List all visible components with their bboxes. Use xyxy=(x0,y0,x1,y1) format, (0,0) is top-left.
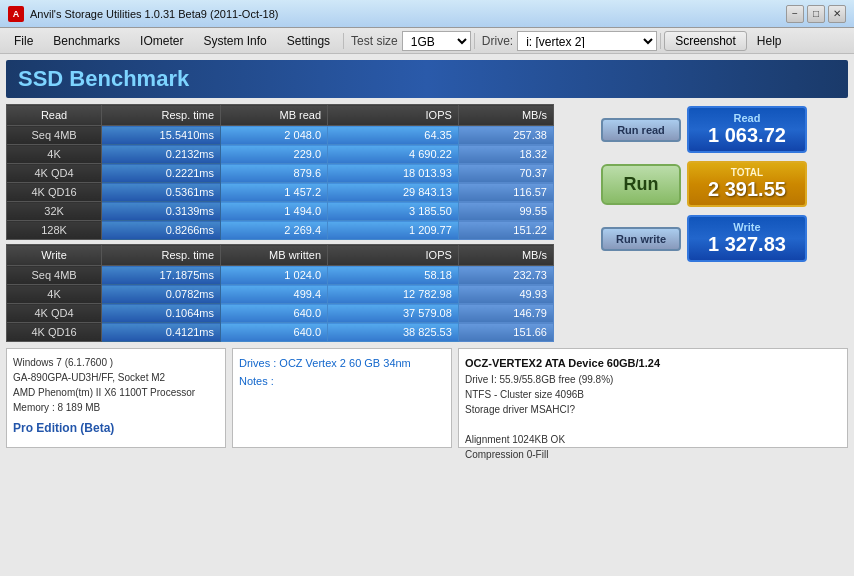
write-table: Write Resp. time MB written IOPS MB/s Se… xyxy=(6,244,554,342)
iops-write-col-header: IOPS xyxy=(328,245,459,266)
table-area: Read Resp. time MB read IOPS MB/s Seq 4M… xyxy=(6,104,848,342)
menu-iometer[interactable]: IOmeter xyxy=(130,28,193,53)
drive-label: Drive: xyxy=(478,34,517,48)
menu-bar: File Benchmarks IOmeter System Info Sett… xyxy=(0,28,854,54)
minimize-button[interactable]: − xyxy=(786,5,804,23)
table-row: 128K 0.8266ms 2 269.4 1 209.77 151.22 xyxy=(7,221,554,240)
mb-written-col-header: MB written xyxy=(221,245,328,266)
total-score-box: TOTAL 2 391.55 xyxy=(687,161,807,207)
table-row: Seq 4MB 15.5410ms 2 048.0 64.35 257.38 xyxy=(7,126,554,145)
drive-select[interactable]: i: [vertex 2] xyxy=(517,31,657,51)
ocz-line2: NTFS - Cluster size 4096B xyxy=(465,387,841,402)
screenshot-button[interactable]: Screenshot xyxy=(664,31,747,51)
table-row: 4K QD4 0.2221ms 879.6 18 013.93 70.37 xyxy=(7,164,554,183)
mb-read-col-header: MB read xyxy=(221,105,328,126)
ocz-line4 xyxy=(465,417,841,432)
menu-system-info[interactable]: System Info xyxy=(193,28,276,53)
ocz-line1: Drive I: 55.9/55.8GB free (99.8%) xyxy=(465,372,841,387)
separator-3 xyxy=(660,33,661,49)
test-size-label: Test size xyxy=(347,34,402,48)
middle-section: Run TOTAL 2 391.55 xyxy=(601,161,807,207)
sys-info-line2: GA-890GPA-UD3H/FF, Socket M2 xyxy=(13,370,219,385)
app-icon: A xyxy=(8,6,24,22)
notes-text: Notes : xyxy=(239,373,445,391)
ocz-title: OCZ-VERTEX2 ATA Device 60GB/1.24 xyxy=(465,355,841,372)
table-row: 4K 0.0782ms 499.4 12 782.98 49.93 xyxy=(7,285,554,304)
separator-1 xyxy=(343,33,344,49)
ocz-line6: Compression 0-Fill xyxy=(465,447,841,462)
table-row: 32K 0.3139ms 1 494.0 3 185.50 99.55 xyxy=(7,202,554,221)
run-write-button[interactable]: Run write xyxy=(601,227,681,251)
drives-text: Drives : OCZ Vertex 2 60 GB 34nm xyxy=(239,355,445,373)
run-read-button[interactable]: Run read xyxy=(601,118,681,142)
read-section: Run read Read 1 063.72 xyxy=(601,106,807,153)
table-row: 4K QD16 0.4121ms 640.0 38 825.53 151.66 xyxy=(7,323,554,342)
bottom-area: Windows 7 (6.1.7600 ) GA-890GPA-UD3H/FF,… xyxy=(6,348,848,448)
menu-benchmarks[interactable]: Benchmarks xyxy=(43,28,130,53)
ocz-line5: Alignment 1024KB OK xyxy=(465,432,841,447)
ssd-benchmark-title: SSD Benchmark xyxy=(18,66,189,91)
write-score-label: Write xyxy=(697,221,797,233)
menu-settings[interactable]: Settings xyxy=(277,28,340,53)
ocz-line3: Storage driver MSAHCI? xyxy=(465,402,841,417)
table-row: Seq 4MB 17.1875ms 1 024.0 58.18 232.73 xyxy=(7,266,554,285)
table-row: 4K QD4 0.1064ms 640.0 37 579.08 146.79 xyxy=(7,304,554,323)
pro-edition-label: Pro Edition (Beta) xyxy=(13,419,219,437)
iops-read-col-header: IOPS xyxy=(328,105,459,126)
write-col-header: Write xyxy=(7,245,102,266)
drives-notes-panel: Drives : OCZ Vertex 2 60 GB 34nm Notes : xyxy=(232,348,452,448)
separator-2 xyxy=(474,33,475,49)
sys-info-line4: Memory : 8 189 MB xyxy=(13,400,219,415)
main-content: SSD Benchmark Read Resp. time MB read xyxy=(0,54,854,576)
read-score-box: Read 1 063.72 xyxy=(687,106,807,153)
mbs-read-col-header: MB/s xyxy=(458,105,553,126)
right-panel: Run read Read 1 063.72 Run TOTAL 2 391.5… xyxy=(560,104,848,342)
close-button[interactable]: ✕ xyxy=(828,5,846,23)
table-row: 4K 0.2132ms 229.0 4 690.22 18.32 xyxy=(7,145,554,164)
test-size-select[interactable]: 1GB 100MB 4GB xyxy=(402,31,471,51)
sys-info-line3: AMD Phenom(tm) II X6 1100T Processor xyxy=(13,385,219,400)
resp-time-col-header: Resp. time xyxy=(102,105,221,126)
read-score-value: 1 063.72 xyxy=(697,124,797,147)
menu-file[interactable]: File xyxy=(4,28,43,53)
benchmark-table: Read Resp. time MB read IOPS MB/s Seq 4M… xyxy=(6,104,554,342)
maximize-button[interactable]: □ xyxy=(807,5,825,23)
window-controls: − □ ✕ xyxy=(786,5,846,23)
window-title: Anvil's Storage Utilities 1.0.31 Beta9 (… xyxy=(30,8,786,20)
write-section: Run write Write 1 327.83 xyxy=(601,215,807,262)
title-bar: A Anvil's Storage Utilities 1.0.31 Beta9… xyxy=(0,0,854,28)
system-info-panel: Windows 7 (6.1.7600 ) GA-890GPA-UD3H/FF,… xyxy=(6,348,226,448)
read-score-label: Read xyxy=(697,112,797,124)
ocz-info-panel: OCZ-VERTEX2 ATA Device 60GB/1.24 Drive I… xyxy=(458,348,848,448)
total-score-label: TOTAL xyxy=(697,167,797,178)
total-score-value: 2 391.55 xyxy=(697,178,797,201)
ssd-benchmark-header: SSD Benchmark xyxy=(6,60,848,98)
mbs-write-col-header: MB/s xyxy=(458,245,553,266)
read-table: Read Resp. time MB read IOPS MB/s Seq 4M… xyxy=(6,104,554,240)
sys-info-line1: Windows 7 (6.1.7600 ) xyxy=(13,355,219,370)
write-score-box: Write 1 327.83 xyxy=(687,215,807,262)
run-button[interactable]: Run xyxy=(601,164,681,205)
menu-help[interactable]: Help xyxy=(747,28,792,53)
write-score-value: 1 327.83 xyxy=(697,233,797,256)
read-col-header: Read xyxy=(7,105,102,126)
table-row: 4K QD16 0.5361ms 1 457.2 29 843.13 116.5… xyxy=(7,183,554,202)
resp-time-write-col-header: Resp. time xyxy=(102,245,221,266)
